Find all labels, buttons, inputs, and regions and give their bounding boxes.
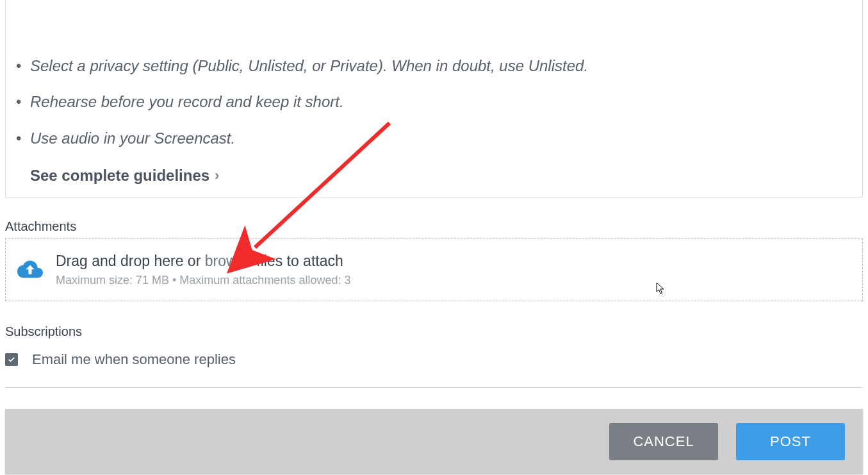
attachments-dropzone[interactable]: Drag and drop here or browse files to at…: [5, 238, 863, 301]
see-guidelines-label: See complete guidelines: [30, 167, 209, 185]
dropzone-prefix: Drag and drop here or: [56, 253, 205, 269]
post-button[interactable]: POST: [736, 423, 845, 460]
dropzone-limits: Maximum size: 71 MB • Maximum attachment…: [56, 274, 350, 287]
checkbox-checked-icon[interactable]: [5, 353, 18, 366]
subscription-label: Email me when someone replies: [32, 351, 236, 368]
subscriptions-heading: Subscriptions: [5, 324, 82, 339]
browse-link[interactable]: browse: [205, 253, 252, 269]
instructions-panel: Select a privacy setting (Public, Unlist…: [5, 0, 863, 197]
instruction-item: Use audio in your Screencast.: [30, 128, 838, 149]
email-reply-subscription[interactable]: Email me when someone replies: [5, 351, 236, 368]
cancel-button[interactable]: CANCEL: [609, 423, 718, 460]
see-guidelines-link[interactable]: See complete guidelines ›: [30, 167, 219, 185]
instruction-item: Select a privacy setting (Public, Unlist…: [30, 56, 838, 76]
attachments-heading: Attachments: [5, 219, 76, 234]
cloud-upload-icon: [17, 259, 43, 281]
instruction-list: Select a privacy setting (Public, Unlist…: [30, 56, 838, 149]
instruction-item: Rehearse before you record and keep it s…: [30, 92, 838, 112]
footer-action-bar: CANCEL POST: [5, 409, 863, 474]
divider: [5, 387, 863, 388]
dropzone-text: Drag and drop here or browse files to at…: [56, 253, 350, 287]
dropzone-suffix: files to attach: [252, 253, 343, 269]
chevron-right-icon: ›: [215, 167, 219, 184]
